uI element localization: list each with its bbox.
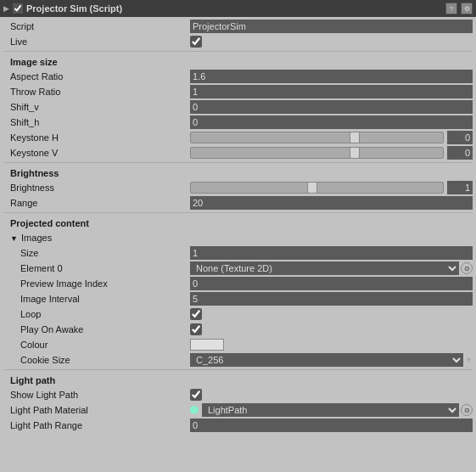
image-interval-input[interactable] [190, 292, 473, 306]
throw-ratio-label: Throw Ratio [3, 87, 190, 97]
play-on-awake-label: Play On Awake [3, 324, 190, 334]
shift-h-label: Shift_h [3, 117, 190, 127]
play-on-awake-value [190, 323, 473, 335]
loop-value [190, 308, 473, 320]
keystone-v-row: Keystone V [3, 145, 473, 160]
image-size-title: Image size [3, 53, 473, 69]
shift-h-row: Shift_h [3, 115, 473, 130]
cookie-size-row: Cookie Size C_256 C_512 C_1024 ▼ [3, 352, 473, 368]
script-row: Script ProjectorSim [3, 19, 473, 34]
shift-v-row: Shift_v [3, 99, 473, 115]
script-input[interactable]: ProjectorSim [190, 20, 473, 33]
help-icon[interactable]: ? [445, 3, 457, 14]
aspect-ratio-input[interactable] [190, 70, 473, 83]
throw-ratio-input[interactable] [190, 85, 473, 98]
shift-h-value [190, 115, 473, 129]
collapse-icon[interactable]: ▶ [3, 4, 9, 13]
colour-swatch[interactable] [190, 339, 224, 351]
aspect-ratio-row: Aspect Ratio [3, 69, 473, 84]
light-path-range-row: Light Path Range [3, 418, 473, 433]
header-icons: ? ⚙ [445, 3, 473, 14]
header-bar: ▶ Projector Sim (Script) ? ⚙ [0, 0, 476, 17]
brightness-label: Brightness [3, 183, 190, 193]
aspect-ratio-value [190, 70, 473, 83]
cookie-size-dropdown[interactable]: C_256 C_512 C_1024 [190, 353, 463, 367]
light-path-material-value: LightPath ⊙ [190, 403, 473, 417]
element0-row: Element 0 None (Texture 2D) ⊙ [3, 261, 473, 276]
brightness-range-label: Range [3, 198, 190, 208]
light-path-material-picker-icon[interactable]: ⊙ [461, 404, 473, 416]
window-title: Projector Sim (Script) [26, 3, 442, 14]
light-path-range-value [190, 419, 473, 432]
light-path-title: Light path [3, 372, 473, 387]
dropdown-arrow: ▼ [465, 356, 473, 364]
show-light-path-label: Show Light Path [3, 390, 190, 400]
images-foldout-row[interactable]: ▼ Images [3, 230, 473, 245]
brightness-input[interactable] [447, 181, 473, 194]
shift-v-label: Shift_v [3, 102, 190, 112]
brightness-track[interactable] [190, 182, 444, 194]
element0-label: Element 0 [3, 263, 190, 273]
keystone-h-input[interactable] [447, 131, 473, 144]
projected-content-title: Projected content [3, 215, 473, 230]
shift-h-input[interactable] [190, 115, 473, 129]
image-interval-label: Image Interval [3, 294, 190, 304]
header-checkbox[interactable] [13, 3, 23, 14]
shift-v-input[interactable] [190, 100, 473, 114]
brightness-thumb[interactable] [307, 182, 317, 194]
images-arrow: ▼ [10, 234, 19, 243]
images-size-row: Size [3, 245, 473, 261]
material-dot-icon [190, 406, 199, 414]
cookie-size-label: Cookie Size [3, 355, 190, 365]
script-value-area: ProjectorSim [190, 20, 473, 33]
show-light-path-value [190, 389, 473, 401]
settings-icon[interactable]: ⚙ [461, 3, 473, 14]
live-checkbox[interactable] [190, 36, 202, 48]
element0-value: None (Texture 2D) ⊙ [190, 261, 473, 275]
preview-image-index-value [190, 277, 473, 290]
keystone-h-thumb[interactable] [350, 132, 360, 143]
show-light-path-row: Show Light Path [3, 387, 473, 402]
preview-image-index-label: Preview Image Index [3, 278, 190, 289]
image-interval-row: Image Interval [3, 291, 473, 306]
keystone-v-thumb[interactable] [350, 147, 360, 159]
cookie-size-value: C_256 C_512 C_1024 ▼ [190, 353, 473, 367]
light-path-material-dropdown[interactable]: LightPath [202, 403, 459, 417]
brightness-range-value [190, 196, 473, 210]
images-label-text: Images [21, 233, 52, 243]
shift-v-value [190, 100, 473, 114]
live-value-area [190, 36, 473, 48]
keystone-h-value [190, 131, 473, 144]
images-size-input[interactable] [190, 246, 473, 260]
throw-ratio-value [190, 85, 473, 98]
brightness-range-input[interactable] [190, 196, 473, 210]
keystone-v-track[interactable] [190, 147, 444, 159]
live-row: Live [3, 34, 473, 49]
loop-checkbox[interactable] [190, 308, 202, 320]
throw-ratio-row: Throw Ratio [3, 84, 473, 99]
keystone-v-input[interactable] [447, 146, 473, 160]
preview-image-index-row: Preview Image Index [3, 276, 473, 291]
inspector-window: ▶ Projector Sim (Script) ? ⚙ Script Proj… [0, 0, 476, 435]
live-label: Live [3, 37, 190, 47]
element0-picker-icon[interactable]: ⊙ [461, 262, 473, 274]
light-path-range-input[interactable] [190, 419, 473, 432]
inspector-content: Script ProjectorSim Live Image size Aspe… [0, 17, 476, 435]
show-light-path-checkbox[interactable] [190, 389, 202, 401]
light-path-range-label: Light Path Range [3, 420, 190, 430]
brightness-value [190, 181, 473, 194]
keystone-v-label: Keystone V [3, 148, 190, 158]
light-path-material-row: Light Path Material LightPath ⊙ [3, 402, 473, 418]
images-size-label: Size [3, 248, 190, 258]
loop-row: Loop [3, 306, 473, 322]
light-path-material-label: Light Path Material [3, 405, 190, 415]
play-on-awake-row: Play On Awake [3, 322, 473, 337]
keystone-h-track[interactable] [190, 132, 444, 143]
loop-label: Loop [3, 309, 190, 319]
keystone-h-label: Keystone H [3, 132, 190, 143]
preview-image-index-input[interactable] [190, 277, 473, 290]
brightness-row: Brightness [3, 180, 473, 195]
element0-dropdown[interactable]: None (Texture 2D) [190, 261, 459, 275]
keystone-h-row: Keystone H [3, 130, 473, 145]
play-on-awake-checkbox[interactable] [190, 323, 202, 335]
